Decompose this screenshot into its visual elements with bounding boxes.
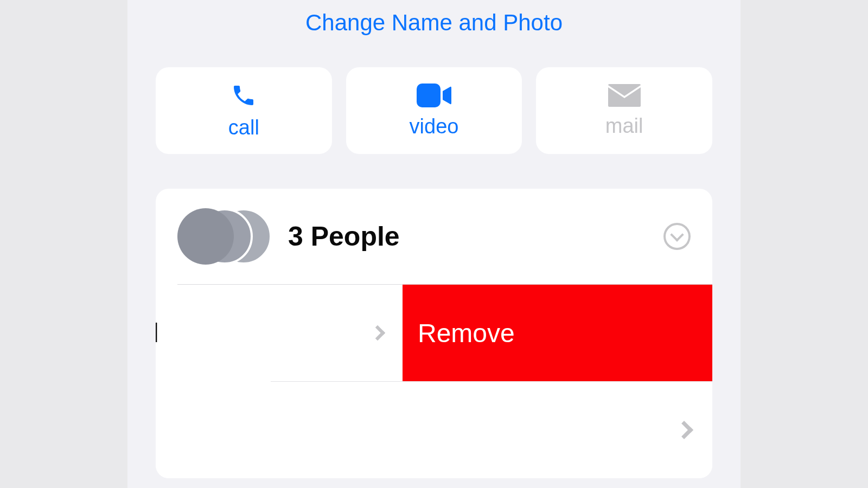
chevron-down-icon	[670, 228, 684, 241]
chevron-right-icon	[675, 421, 693, 439]
mail-button: mail	[536, 67, 712, 154]
group-details-screen: Change Name and Photo call video	[127, 0, 741, 488]
people-count-label: 3 People	[288, 221, 400, 252]
members-section: 3 People l Remove	[156, 189, 712, 478]
svg-rect-0	[417, 84, 441, 107]
video-button[interactable]: video	[346, 67, 522, 154]
group-avatar-icon	[177, 208, 234, 265]
mail-label: mail	[605, 114, 643, 138]
phone-icon	[231, 82, 257, 108]
member-row-swiped[interactable]: l Remove	[156, 285, 712, 381]
mail-icon	[608, 84, 641, 107]
call-label: call	[228, 116, 259, 139]
member-row-content[interactable]: l	[156, 285, 403, 381]
call-button[interactable]: call	[156, 67, 332, 154]
member-row[interactable]	[156, 382, 712, 478]
change-name-photo-label: Change Name and Photo	[305, 10, 563, 35]
contact-actions-row: call video mail	[127, 67, 741, 154]
remove-button[interactable]: Remove	[403, 285, 712, 381]
chevron-right-icon	[370, 325, 385, 341]
people-count-row[interactable]: 3 People	[156, 189, 712, 284]
remove-label: Remove	[418, 318, 515, 348]
video-icon	[417, 84, 451, 107]
video-label: video	[410, 115, 459, 138]
expand-toggle[interactable]	[663, 223, 691, 250]
avatar-stack	[177, 208, 275, 265]
change-name-photo-link[interactable]: Change Name and Photo	[127, 0, 741, 51]
member-name-fragment: l	[156, 317, 159, 349]
